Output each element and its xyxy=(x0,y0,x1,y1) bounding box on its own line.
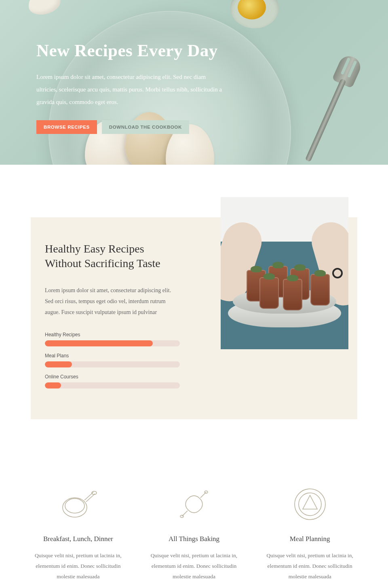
feature-body: Quisque velit nisi, pretium ut lacinia i… xyxy=(29,550,127,582)
about-body: Lorem ipsum dolor sit amet, consectetur … xyxy=(45,285,180,318)
hero-title: New Recipes Every Day xyxy=(36,40,222,60)
hero-button-row: BROWSE RECIPES DOWNLOAD THE COOKBOOK xyxy=(36,120,222,134)
bar-fill xyxy=(45,361,72,367)
bar-track xyxy=(45,361,180,367)
hero-subtitle: Lorem ipsum dolor sit amet, consectetur … xyxy=(36,71,222,108)
feature-title: All Things Baking xyxy=(145,535,243,543)
rolling-pin-icon xyxy=(174,484,214,524)
bar-fill xyxy=(45,340,153,346)
about-section: Healthy Easy Recipes Without Sacrificing… xyxy=(0,165,388,444)
svg-point-1 xyxy=(65,499,84,513)
feature-title: Meal Planning xyxy=(261,535,359,543)
feature-breakfast: Breakfast, Lunch, Dinner Quisque velit n… xyxy=(24,484,132,582)
hero-section: New Recipes Every Day Lorem ipsum dolor … xyxy=(0,0,388,165)
progress-bar-online-courses: Online Courses xyxy=(45,374,180,388)
bar-label: Healthy Recipes xyxy=(45,332,180,338)
feature-body: Quisque velit nisi, pretium ut lacinia i… xyxy=(145,550,243,582)
feature-body: Quisque velit nisi, pretium ut lacinia i… xyxy=(261,550,359,582)
plate-icon xyxy=(290,484,330,524)
bar-track xyxy=(45,340,180,346)
bar-label: Meal Plans xyxy=(45,353,180,359)
about-image xyxy=(221,197,348,349)
pan-icon xyxy=(58,484,98,524)
feature-baking: All Things Baking Quisque velit nisi, pr… xyxy=(140,484,248,582)
feature-meal-planning: Meal Planning Quisque velit nisi, pretiu… xyxy=(256,484,364,582)
feature-title: Breakfast, Lunch, Dinner xyxy=(29,535,127,543)
svg-point-6 xyxy=(295,489,325,520)
hero-decor-fork xyxy=(278,43,385,165)
bar-track xyxy=(45,382,180,388)
download-cookbook-button[interactable]: DOWNLOAD THE COOKBOOK xyxy=(102,120,189,134)
progress-bar-meal-plans: Meal Plans xyxy=(45,353,180,367)
svg-point-0 xyxy=(63,498,87,517)
bar-fill xyxy=(45,382,61,388)
about-heading: Healthy Easy Recipes Without Sacrificing… xyxy=(45,242,180,271)
progress-bar-healthy-recipes: Healthy Recipes xyxy=(45,332,180,346)
features-section: Breakfast, Lunch, Dinner Quisque velit n… xyxy=(0,444,388,588)
svg-point-7 xyxy=(299,493,321,516)
browse-recipes-button[interactable]: BROWSE RECIPES xyxy=(36,120,97,134)
bar-label: Online Courses xyxy=(45,374,180,380)
